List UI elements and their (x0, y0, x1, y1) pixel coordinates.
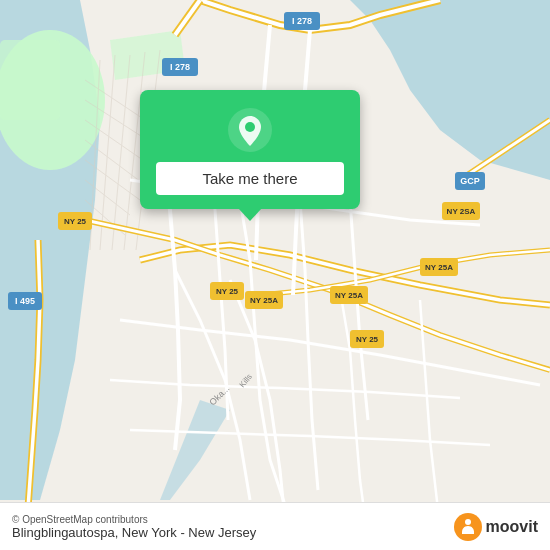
moovit-text: moovit (486, 518, 538, 536)
map-background: I 278 I 278 NY 25 NY 25 NY 25 NY 25A NY … (0, 0, 550, 550)
location-name: Blingblingautospa, New York - New Jersey (12, 525, 256, 540)
svg-text:I 278: I 278 (170, 62, 190, 72)
svg-text:NY 25: NY 25 (64, 217, 87, 226)
map-container: I 278 I 278 NY 25 NY 25 NY 25 NY 25A NY … (0, 0, 550, 550)
moovit-icon (454, 513, 482, 541)
moovit-logo: moovit (454, 513, 538, 541)
bottom-info: © OpenStreetMap contributors Blingblinga… (12, 514, 256, 540)
svg-text:NY 25: NY 25 (216, 287, 239, 296)
svg-text:I 495: I 495 (15, 296, 35, 306)
location-pin-icon (228, 108, 272, 152)
osm-attribution: © OpenStreetMap contributors (12, 514, 256, 525)
svg-point-42 (465, 519, 471, 525)
svg-text:GCP: GCP (460, 176, 480, 186)
svg-text:NY 25A: NY 25A (425, 263, 453, 272)
svg-text:NY 2SA: NY 2SA (447, 207, 476, 216)
svg-point-40 (245, 122, 255, 132)
bottom-bar: © OpenStreetMap contributors Blingblinga… (0, 502, 550, 550)
svg-text:I 278: I 278 (292, 16, 312, 26)
location-popup: Take me there (140, 90, 360, 209)
svg-text:NY 25A: NY 25A (250, 296, 278, 305)
svg-text:NY 25A: NY 25A (335, 291, 363, 300)
svg-rect-2 (0, 40, 60, 120)
svg-text:NY 25: NY 25 (356, 335, 379, 344)
take-me-there-button[interactable]: Take me there (156, 162, 344, 195)
